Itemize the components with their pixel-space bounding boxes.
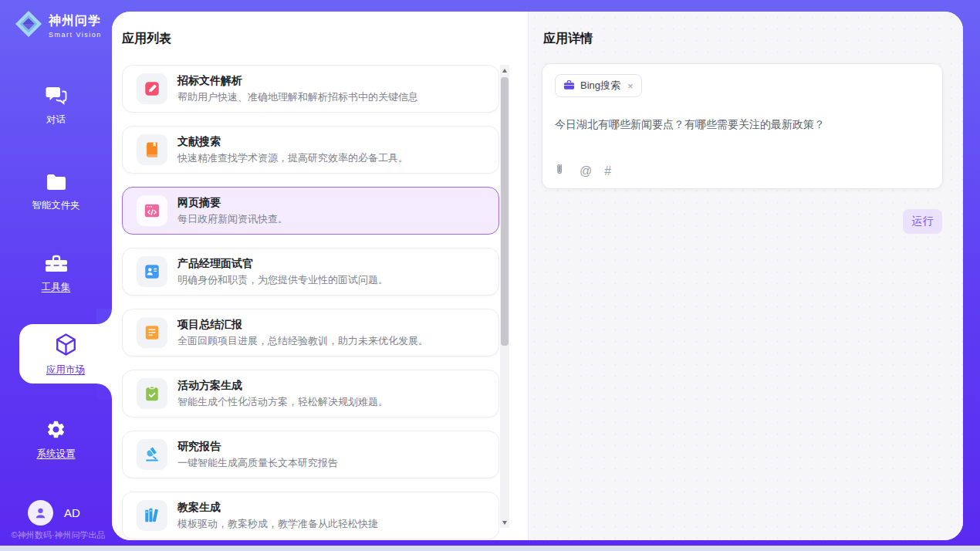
tool-tag-bing-search[interactable]: Bing搜索 × — [555, 74, 642, 97]
prompt-toolbar: @ # — [555, 163, 611, 179]
at-icon[interactable]: @ — [580, 164, 592, 178]
app-card-project-summary[interactable]: 项目总结汇报 全面回顾项目进展，总结经验教训，助力未来优化发展。 — [122, 309, 499, 357]
avatar — [28, 500, 53, 526]
sidebar-item-app-market[interactable]: 应用市场 — [19, 324, 112, 384]
sidebar: 神州问学 Smart Vision 对话 智能文件夹 — [0, 0, 112, 551]
app-card-lesson-plan[interactable]: 教案生成 模板驱动，教案秒成，教学准备从此轻松快捷 — [122, 492, 499, 539]
app-card-web-summary-selected[interactable]: 网页摘要 每日政府新闻资讯快查。 — [122, 187, 499, 235]
content-area: 应用列表 招标文件解析 帮助用户快速、准确地理解和解析招标书中的关键信息 — [112, 12, 963, 540]
user-name: AD — [64, 506, 80, 519]
interview-profile-icon — [137, 256, 167, 287]
app-card-title: 文献搜索 — [177, 134, 408, 149]
prompt-card: Bing搜索 × 今日湖北有哪些新闻要点？有哪些需要关注的最新政策？ @ # — [542, 63, 943, 189]
app-detail-title: 应用详情 — [543, 31, 593, 47]
cube-icon — [53, 332, 79, 360]
briefcase-icon — [563, 79, 575, 93]
sidebar-item-chat[interactable]: 对话 — [0, 86, 112, 127]
tool-tag-label: Bing搜索 — [580, 79, 620, 93]
app-card-description: 智能生成个性化活动方案，轻松解决规划难题。 — [177, 394, 388, 409]
toolbox-icon — [45, 254, 68, 276]
book-icon — [137, 134, 167, 165]
app-card-description: 每日政府新闻资讯快查。 — [177, 211, 288, 226]
app-list-title: 应用列表 — [122, 31, 171, 47]
user-profile[interactable]: AD — [28, 500, 80, 526]
clipboard-check-icon — [137, 378, 167, 409]
app-list: 招标文件解析 帮助用户快速、准确地理解和解析招标书中的关键信息 文献搜索 快速精… — [122, 65, 499, 540]
edit-document-icon — [137, 73, 167, 104]
app-list-panel: 应用列表 招标文件解析 帮助用户快速、准确地理解和解析招标书中的关键信息 — [112, 12, 528, 540]
app-card-title: 教案生成 — [177, 500, 378, 515]
tag-close-icon[interactable]: × — [627, 80, 634, 92]
folder-icon — [46, 173, 67, 194]
active-tab-top-curve — [96, 309, 112, 324]
sidebar-item-label: 工具集 — [42, 281, 71, 294]
scroll-up-button[interactable] — [500, 65, 509, 76]
gear-icon — [46, 419, 66, 443]
paperclip-icon[interactable] — [555, 163, 567, 179]
browser-code-icon — [137, 195, 167, 226]
scrollbar-thumb[interactable] — [501, 77, 509, 346]
app-card-description: 全面回顾项目进展，总结经验教训，助力未来优化发展。 — [177, 333, 428, 348]
prompt-text[interactable]: 今日湖北有哪些新闻要点？有哪些需要关注的最新政策？ — [555, 117, 930, 132]
scrollbar[interactable] — [500, 65, 509, 528]
logo-title: 神州问学 — [49, 13, 102, 29]
app-card-research-report[interactable]: 研究报告 一键智能生成高质量长文本研究报告 — [122, 431, 499, 478]
app-card-title: 活动方案生成 — [177, 378, 388, 393]
app-card-bid-document-analysis[interactable]: 招标文件解析 帮助用户快速、准确地理解和解析招标书中的关键信息 — [122, 65, 499, 113]
sidebar-item-toolset[interactable]: 工具集 — [0, 254, 112, 294]
app-logo[interactable]: 神州问学 Smart Vision — [14, 9, 102, 42]
microscope-icon — [137, 439, 167, 470]
logo-diamond-icon — [14, 9, 43, 42]
app-detail-panel: 应用详情 Bing搜索 × 今日湖北有哪些新闻要点？有哪些需要关注的最新政策？ — [528, 12, 963, 540]
sidebar-item-label: 系统设置 — [37, 448, 76, 461]
scroll-down-icon — [502, 521, 507, 525]
sidebar-item-settings[interactable]: 系统设置 — [0, 419, 112, 461]
sidebar-item-label: 应用市场 — [46, 363, 85, 377]
hash-icon[interactable]: # — [604, 164, 611, 178]
books-icon — [137, 500, 167, 531]
run-button[interactable]: 运行 — [903, 209, 942, 234]
app-card-title: 产品经理面试官 — [177, 256, 388, 271]
scroll-down-button[interactable] — [500, 517, 509, 528]
app-card-description: 帮助用户快速、准确地理解和解析招标书中的关键信息 — [177, 90, 418, 104]
app-card-title: 招标文件解析 — [177, 73, 418, 88]
chat-icon — [46, 86, 67, 109]
app-card-description: 一键智能生成高质量长文本研究报告 — [177, 455, 338, 470]
copyright-text: ©神州数码·神州问学出品 — [5, 529, 112, 541]
sidebar-item-label: 智能文件夹 — [32, 199, 80, 212]
memo-icon — [137, 317, 167, 348]
app-card-description: 快速精准查找学术资源，提高研究效率的必备工具。 — [177, 150, 408, 165]
app-card-title: 项目总结汇报 — [177, 317, 428, 332]
app-card-title: 研究报告 — [177, 439, 338, 454]
active-tab-bottom-curve — [96, 384, 112, 399]
app-card-title: 网页摘要 — [177, 195, 288, 210]
logo-subtitle: Smart Vision — [49, 31, 102, 39]
app-card-pm-interviewer[interactable]: 产品经理面试官 明确身份和职责，为您提供专业性的面试问题。 — [122, 248, 499, 296]
app-card-description: 模板驱动，教案秒成，教学准备从此轻松快捷 — [177, 516, 378, 531]
page-bottom-strip — [0, 546, 980, 551]
scroll-up-icon — [502, 69, 507, 73]
app-card-event-plan[interactable]: 活动方案生成 智能生成个性化活动方案，轻松解决规划难题。 — [122, 370, 499, 417]
app-card-description: 明确身份和职责，为您提供专业性的面试问题。 — [177, 272, 388, 287]
app-card-literature-search[interactable]: 文献搜索 快速精准查找学术资源，提高研究效率的必备工具。 — [122, 126, 499, 174]
sidebar-item-label: 对话 — [46, 113, 66, 127]
sidebar-item-smart-folder[interactable]: 智能文件夹 — [0, 173, 112, 212]
